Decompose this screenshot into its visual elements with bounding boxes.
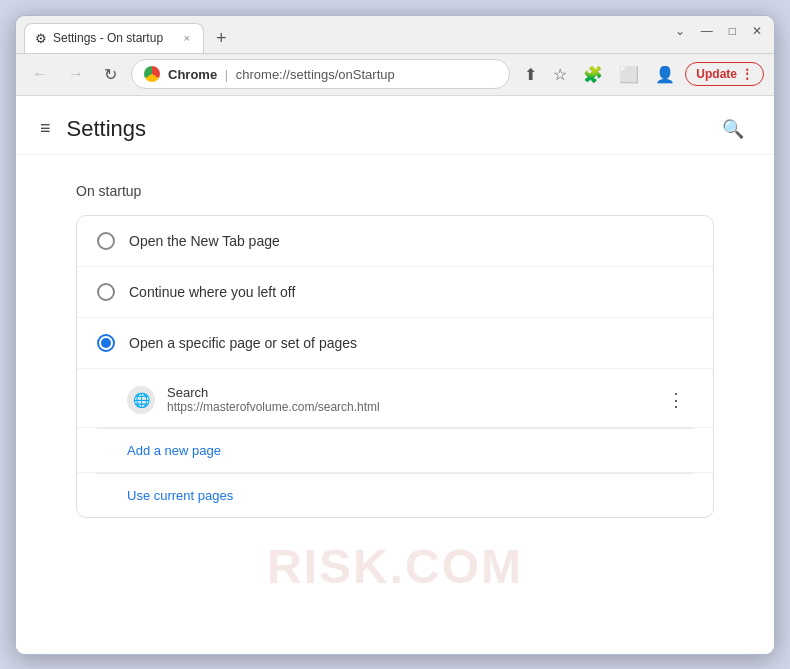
page-entry: 🌐 Search https://masterofvolume.com/sear…	[77, 373, 713, 428]
title-bar: ⚙ Settings - On startup × + ⌄ — □ ✕	[16, 16, 774, 54]
share-icon[interactable]: ⬆	[518, 61, 543, 88]
tab-title: Settings - On startup	[53, 31, 175, 45]
forward-button[interactable]: →	[62, 61, 90, 87]
page-info: Search https://masterofvolume.com/search…	[167, 385, 647, 414]
back-button[interactable]: ←	[26, 61, 54, 87]
extensions-icon[interactable]: 🧩	[577, 61, 609, 88]
url-path: chrome://settings/onStartup	[236, 67, 395, 82]
hamburger-icon[interactable]: ≡	[40, 118, 51, 139]
sub-options-area: 🌐 Search https://masterofvolume.com/sear…	[77, 369, 713, 517]
search-settings-button[interactable]: 🔍	[716, 112, 750, 146]
radio-new-tab	[97, 232, 115, 250]
page-title: Settings	[67, 116, 147, 142]
settings-body: On startup Open the New Tab page Continu…	[16, 155, 774, 654]
maximize-button[interactable]: □	[729, 24, 736, 38]
tab-close-btn[interactable]: ×	[181, 30, 193, 46]
page-entry-more-button[interactable]: ⋮	[659, 385, 693, 415]
option-new-tab[interactable]: Open the New Tab page	[77, 216, 713, 267]
use-current-pages-option[interactable]: Use current pages	[77, 474, 713, 517]
page-content: ≡ Settings 🔍 On startup Open the New Tab…	[16, 96, 774, 654]
toolbar-icons: ⬆ ☆ 🧩 ⬜ 👤 Update ⋮	[518, 61, 764, 88]
url-bar[interactable]: Chrome | chrome://settings/onStartup	[131, 59, 510, 89]
option-continue-label: Continue where you left off	[129, 284, 295, 300]
radio-selected-dot	[101, 338, 111, 348]
browser-window: ⚙ Settings - On startup × + ⌄ — □ ✕ ← → …	[15, 15, 775, 655]
option-new-tab-label: Open the New Tab page	[129, 233, 280, 249]
page-name: Search	[167, 385, 647, 400]
use-current-pages-label: Use current pages	[127, 488, 233, 503]
option-specific[interactable]: Open a specific page or set of pages	[77, 318, 713, 369]
account-icon[interactable]: 👤	[649, 61, 681, 88]
option-continue[interactable]: Continue where you left off	[77, 267, 713, 318]
tab-strip: ⚙ Settings - On startup × +	[24, 23, 766, 53]
settings-header: ≡ Settings 🔍	[16, 96, 774, 155]
tab-search-icon[interactable]: ⬜	[613, 61, 645, 88]
url-separator: |	[225, 67, 228, 82]
active-tab[interactable]: ⚙ Settings - On startup ×	[24, 23, 204, 53]
radio-specific	[97, 334, 115, 352]
url-site-name: Chrome	[168, 67, 217, 82]
bookmark-icon[interactable]: ☆	[547, 61, 573, 88]
update-button[interactable]: Update ⋮	[685, 62, 764, 86]
address-bar: ← → ↻ Chrome | chrome://settings/onStart…	[16, 54, 774, 96]
new-tab-button[interactable]: +	[210, 28, 233, 49]
chrome-logo-icon	[144, 66, 160, 82]
url-display: Chrome | chrome://settings/onStartup	[168, 67, 497, 82]
chevron-down-icon[interactable]: ⌄	[675, 24, 685, 38]
page-site-icon: 🌐	[127, 386, 155, 414]
add-new-page-option[interactable]: Add a new page	[77, 429, 713, 473]
tab-favicon: ⚙	[35, 31, 47, 46]
minimize-button[interactable]: —	[701, 24, 713, 38]
refresh-button[interactable]: ↻	[98, 61, 123, 88]
option-specific-label: Open a specific page or set of pages	[129, 335, 357, 351]
radio-continue	[97, 283, 115, 301]
window-controls: ⌄ — □ ✕	[675, 24, 762, 38]
startup-options-card: Open the New Tab page Continue where you…	[76, 215, 714, 518]
close-button[interactable]: ✕	[752, 24, 762, 38]
settings-title-row: ≡ Settings	[40, 116, 146, 142]
page-url: https://masterofvolume.com/search.html	[167, 400, 647, 414]
section-title: On startup	[76, 183, 714, 199]
add-new-page-label: Add a new page	[127, 443, 221, 458]
